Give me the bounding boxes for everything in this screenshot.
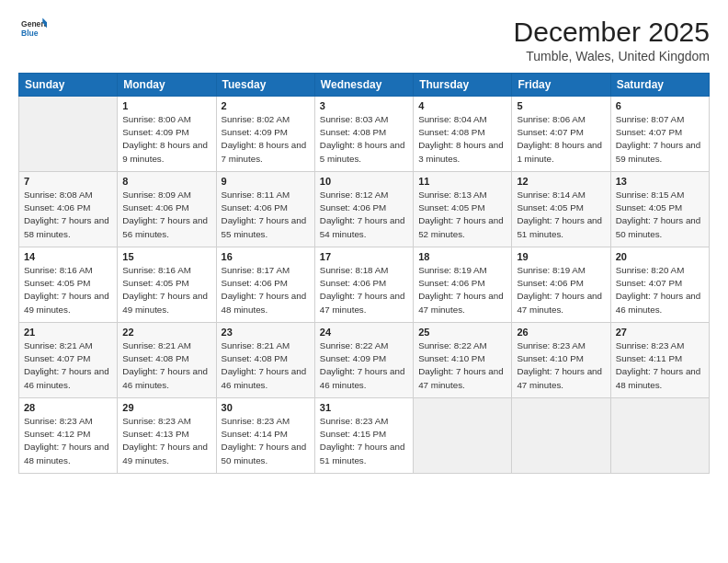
cell-day-number: 6 xyxy=(616,100,704,111)
calendar-cell: 2 Sunrise: 8:02 AMSunset: 4:09 PMDayligh… xyxy=(216,97,314,172)
cell-info: Sunrise: 8:18 AMSunset: 4:06 PMDaylight:… xyxy=(320,265,405,315)
cell-info: Sunrise: 8:09 AMSunset: 4:06 PMDaylight:… xyxy=(122,190,208,239)
cell-day-number: 19 xyxy=(517,251,605,262)
cell-day-number: 25 xyxy=(418,327,506,338)
calendar-week-row: 14 Sunrise: 8:16 AMSunset: 4:05 PMDaylig… xyxy=(19,247,710,323)
calendar-header-friday: Friday xyxy=(512,74,610,97)
cell-info: Sunrise: 8:17 AMSunset: 4:06 PMDaylight:… xyxy=(222,265,307,315)
cell-info: Sunrise: 8:04 AMSunset: 4:08 PMDaylight:… xyxy=(418,114,504,164)
cell-info: Sunrise: 8:16 AMSunset: 4:05 PMDaylight:… xyxy=(24,265,109,315)
cell-day-number: 1 xyxy=(122,100,210,111)
cell-day-number: 3 xyxy=(320,100,408,111)
cell-info: Sunrise: 8:06 AMSunset: 4:07 PMDaylight:… xyxy=(517,114,602,164)
cell-info: Sunrise: 8:23 AMSunset: 4:12 PMDaylight:… xyxy=(24,416,109,465)
cell-info: Sunrise: 8:23 AMSunset: 4:11 PMDaylight:… xyxy=(616,340,701,390)
calendar-cell: 8 Sunrise: 8:09 AMSunset: 4:06 PMDayligh… xyxy=(118,172,216,247)
calendar-header-tuesday: Tuesday xyxy=(216,74,314,97)
calendar-cell: 21 Sunrise: 8:21 AMSunset: 4:07 PMDaylig… xyxy=(19,323,118,398)
calendar-cell: 10 Sunrise: 8:12 AMSunset: 4:06 PMDaylig… xyxy=(314,172,413,247)
calendar-cell: 3 Sunrise: 8:03 AMSunset: 4:08 PMDayligh… xyxy=(314,97,413,172)
calendar-cell: 23 Sunrise: 8:21 AMSunset: 4:08 PMDaylig… xyxy=(216,323,314,398)
cell-day-number: 16 xyxy=(222,251,310,262)
cell-day-number: 14 xyxy=(24,251,112,262)
calendar-header-saturday: Saturday xyxy=(610,74,709,97)
cell-info: Sunrise: 8:21 AMSunset: 4:08 PMDaylight:… xyxy=(222,340,307,390)
cell-info: Sunrise: 8:14 AMSunset: 4:05 PMDaylight:… xyxy=(517,190,602,239)
cell-day-number: 24 xyxy=(320,327,408,338)
cell-info: Sunrise: 8:15 AMSunset: 4:05 PMDaylight:… xyxy=(616,190,701,239)
calendar-header-row: SundayMondayTuesdayWednesdayThursdayFrid… xyxy=(19,74,710,97)
calendar-cell: 18 Sunrise: 8:19 AMSunset: 4:06 PMDaylig… xyxy=(414,247,512,323)
calendar-cell: 5 Sunrise: 8:06 AMSunset: 4:07 PMDayligh… xyxy=(512,97,610,172)
cell-info: Sunrise: 8:07 AMSunset: 4:07 PMDaylight:… xyxy=(616,114,701,164)
cell-day-number: 10 xyxy=(320,176,408,187)
calendar-cell: 13 Sunrise: 8:15 AMSunset: 4:05 PMDaylig… xyxy=(610,172,709,247)
cell-day-number: 18 xyxy=(418,251,506,262)
calendar-cell: 4 Sunrise: 8:04 AMSunset: 4:08 PMDayligh… xyxy=(414,97,512,172)
main-title: December 2025 xyxy=(514,17,710,47)
svg-text:Blue: Blue xyxy=(21,29,39,38)
cell-day-number: 7 xyxy=(24,176,112,187)
calendar-cell: 30 Sunrise: 8:23 AMSunset: 4:14 PMDaylig… xyxy=(216,398,314,474)
cell-day-number: 8 xyxy=(122,176,210,187)
cell-day-number: 17 xyxy=(320,251,408,262)
cell-info: Sunrise: 8:22 AMSunset: 4:09 PMDaylight:… xyxy=(320,340,405,390)
cell-day-number: 2 xyxy=(222,100,310,111)
calendar-cell: 27 Sunrise: 8:23 AMSunset: 4:11 PMDaylig… xyxy=(610,323,709,398)
calendar-header-thursday: Thursday xyxy=(414,74,512,97)
cell-day-number: 27 xyxy=(616,327,704,338)
cell-day-number: 23 xyxy=(222,327,310,338)
cell-day-number: 11 xyxy=(418,176,506,187)
page: General Blue December 2025 Tumble, Wales… xyxy=(0,0,728,563)
calendar-cell: 7 Sunrise: 8:08 AMSunset: 4:06 PMDayligh… xyxy=(19,172,118,247)
calendar-cell: 6 Sunrise: 8:07 AMSunset: 4:07 PMDayligh… xyxy=(610,97,709,172)
cell-info: Sunrise: 8:21 AMSunset: 4:07 PMDaylight:… xyxy=(24,340,109,390)
cell-info: Sunrise: 8:11 AMSunset: 4:06 PMDaylight:… xyxy=(222,190,307,239)
cell-day-number: 9 xyxy=(222,176,310,187)
logo: General Blue xyxy=(18,17,47,46)
calendar-cell: 1 Sunrise: 8:00 AMSunset: 4:09 PMDayligh… xyxy=(118,97,216,172)
calendar-cell: 17 Sunrise: 8:18 AMSunset: 4:06 PMDaylig… xyxy=(314,247,413,323)
cell-day-number: 13 xyxy=(616,176,704,187)
cell-day-number: 20 xyxy=(616,251,704,262)
calendar-cell xyxy=(19,97,118,172)
calendar-cell xyxy=(414,398,512,474)
cell-day-number: 28 xyxy=(24,402,112,413)
calendar-header-sunday: Sunday xyxy=(19,74,118,97)
subtitle: Tumble, Wales, United Kingdom xyxy=(514,49,710,63)
cell-day-number: 30 xyxy=(222,402,310,413)
calendar-cell: 22 Sunrise: 8:21 AMSunset: 4:08 PMDaylig… xyxy=(118,323,216,398)
calendar-cell: 9 Sunrise: 8:11 AMSunset: 4:06 PMDayligh… xyxy=(216,172,314,247)
cell-day-number: 5 xyxy=(517,100,605,111)
cell-info: Sunrise: 8:12 AMSunset: 4:06 PMDaylight:… xyxy=(320,190,405,239)
calendar-week-row: 1 Sunrise: 8:00 AMSunset: 4:09 PMDayligh… xyxy=(19,97,710,172)
cell-info: Sunrise: 8:13 AMSunset: 4:05 PMDaylight:… xyxy=(418,190,504,239)
calendar-header-wednesday: Wednesday xyxy=(314,74,413,97)
cell-day-number: 31 xyxy=(320,402,408,413)
calendar-cell: 24 Sunrise: 8:22 AMSunset: 4:09 PMDaylig… xyxy=(314,323,413,398)
cell-info: Sunrise: 8:03 AMSunset: 4:08 PMDaylight:… xyxy=(320,114,405,164)
calendar-cell: 16 Sunrise: 8:17 AMSunset: 4:06 PMDaylig… xyxy=(216,247,314,323)
cell-day-number: 4 xyxy=(418,100,506,111)
header: General Blue December 2025 Tumble, Wales… xyxy=(18,17,710,63)
calendar-header-monday: Monday xyxy=(118,74,216,97)
calendar-cell xyxy=(610,398,709,474)
cell-day-number: 15 xyxy=(122,251,210,262)
calendar-week-row: 28 Sunrise: 8:23 AMSunset: 4:12 PMDaylig… xyxy=(19,398,710,474)
calendar-cell: 26 Sunrise: 8:23 AMSunset: 4:10 PMDaylig… xyxy=(512,323,610,398)
calendar-cell: 11 Sunrise: 8:13 AMSunset: 4:05 PMDaylig… xyxy=(414,172,512,247)
cell-info: Sunrise: 8:02 AMSunset: 4:09 PMDaylight:… xyxy=(222,114,307,164)
title-block: December 2025 Tumble, Wales, United King… xyxy=(514,17,710,63)
cell-info: Sunrise: 8:08 AMSunset: 4:06 PMDaylight:… xyxy=(24,190,109,239)
calendar-week-row: 7 Sunrise: 8:08 AMSunset: 4:06 PMDayligh… xyxy=(19,172,710,247)
calendar-cell: 29 Sunrise: 8:23 AMSunset: 4:13 PMDaylig… xyxy=(118,398,216,474)
calendar-cell: 28 Sunrise: 8:23 AMSunset: 4:12 PMDaylig… xyxy=(19,398,118,474)
calendar-cell: 25 Sunrise: 8:22 AMSunset: 4:10 PMDaylig… xyxy=(414,323,512,398)
cell-info: Sunrise: 8:00 AMSunset: 4:09 PMDaylight:… xyxy=(122,114,208,164)
calendar-cell: 31 Sunrise: 8:23 AMSunset: 4:15 PMDaylig… xyxy=(314,398,413,474)
calendar-cell: 19 Sunrise: 8:19 AMSunset: 4:06 PMDaylig… xyxy=(512,247,610,323)
cell-info: Sunrise: 8:20 AMSunset: 4:07 PMDaylight:… xyxy=(616,265,701,315)
cell-day-number: 12 xyxy=(517,176,605,187)
cell-info: Sunrise: 8:23 AMSunset: 4:15 PMDaylight:… xyxy=(320,416,405,465)
cell-day-number: 29 xyxy=(122,402,210,413)
